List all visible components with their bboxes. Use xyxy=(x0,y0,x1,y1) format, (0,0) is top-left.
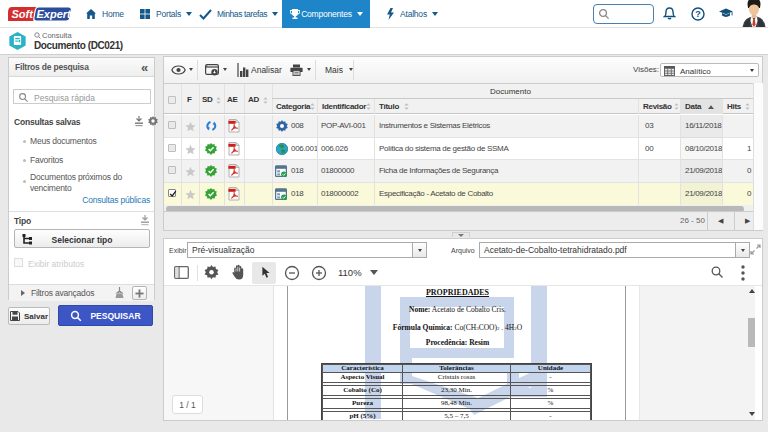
svg-text:?: ? xyxy=(695,9,701,19)
svg-text:Expert: Expert xyxy=(37,8,73,20)
svg-text:Soft: Soft xyxy=(12,8,35,20)
